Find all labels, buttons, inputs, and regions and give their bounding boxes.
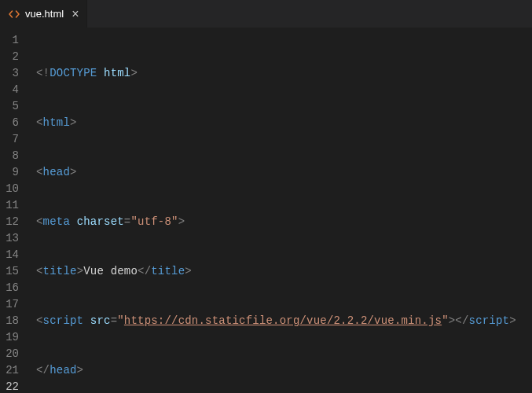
tab-vue-html[interactable]: vue.html × <box>0 0 87 28</box>
code-line: <script src="https://cdn.staticfile.org/… <box>36 313 532 329</box>
code-line: <title>Vue demo</title> <box>36 263 532 280</box>
code-line: <!DOCTYPE html> <box>36 65 532 82</box>
code-line: </head> <box>36 362 532 379</box>
tabs-bar: vue.html × <box>0 0 532 28</box>
close-icon[interactable]: × <box>72 8 79 20</box>
code-line: <html> <box>36 115 532 131</box>
code-line: <head> <box>36 164 532 181</box>
code-line: <meta charset="utf-8"> <box>36 214 532 230</box>
code-content[interactable]: <!DOCTYPE html> <html> <head> <meta char… <box>36 32 532 393</box>
tab-label: vue.html <box>25 8 64 20</box>
editor-area[interactable]: 12345678910111213141516171819202122 <!DO… <box>0 28 532 393</box>
code-icon <box>8 8 20 20</box>
line-number-gutter: 12345678910111213141516171819202122 <box>0 32 36 393</box>
